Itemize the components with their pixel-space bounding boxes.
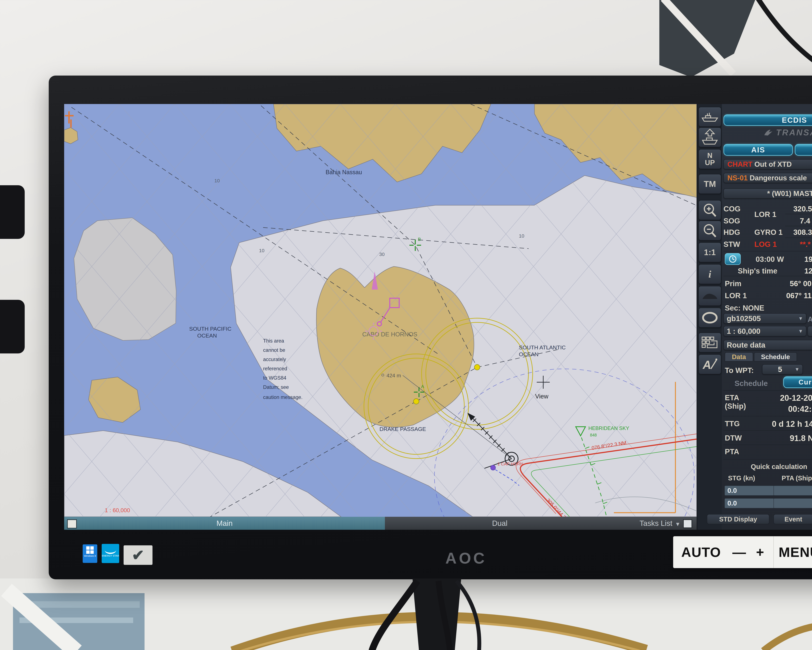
energy-star-sticker: ENERGY STAR <box>102 544 119 563</box>
menu-button[interactable]: MENU <box>778 544 812 560</box>
checkmark-icon: ✔ <box>132 546 144 564</box>
windows-logo-icon <box>86 546 94 554</box>
bezel-button-sticker: AUTO — + MENU ON/OFF <box>673 536 812 568</box>
auto-button[interactable]: AUTO <box>681 544 721 560</box>
plus-button[interactable]: + <box>756 544 764 560</box>
minus-button[interactable]: — <box>732 544 746 560</box>
energy-star-icon <box>105 546 116 554</box>
certification-sticker: ✔ <box>124 545 153 565</box>
stand-cable-1 <box>372 581 417 650</box>
windows-sticker: Windows 8 <box>82 544 97 563</box>
